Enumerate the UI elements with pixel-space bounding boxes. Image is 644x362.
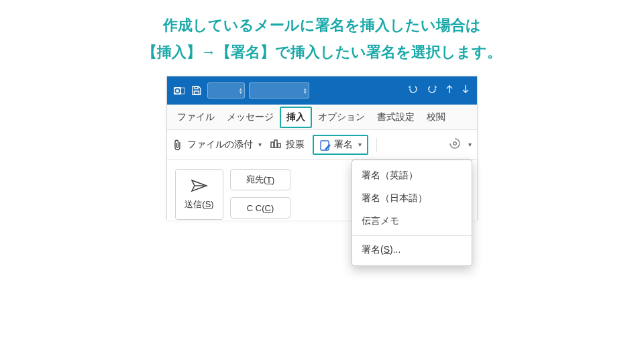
svg-rect-2 bbox=[195, 91, 199, 95]
compose-header: 送信(S) 宛先(T) C C(C) 署名（英語） 署名（日本語） 伝言メモ 署… bbox=[167, 160, 477, 220]
signature-option-japanese[interactable]: 署名（日本語） bbox=[352, 187, 472, 210]
signature-option-memo[interactable]: 伝言メモ bbox=[352, 210, 472, 233]
chevron-down-icon: ▾ bbox=[258, 141, 262, 148]
save-icon[interactable] bbox=[190, 84, 203, 97]
svg-rect-5 bbox=[274, 140, 277, 147]
separator bbox=[376, 137, 377, 152]
svg-rect-4 bbox=[271, 142, 274, 147]
redo-icon[interactable] bbox=[426, 83, 438, 98]
send-button[interactable]: 送信(S) bbox=[175, 169, 223, 220]
cc-button[interactable]: C C(C) bbox=[230, 197, 290, 219]
undo-icon[interactable] bbox=[407, 83, 419, 98]
instruction-line1: 作成しているメールに署名を挿入したい場合は bbox=[13, 12, 631, 39]
signature-option-english[interactable]: 署名（英語） bbox=[352, 164, 472, 187]
ribbon-insert: ファイルの添付 ▾ 投票 署名 ▾ bbox=[167, 130, 477, 160]
signature-label: 署名 bbox=[334, 139, 353, 151]
instruction-line2: 【挿入】→【署名】で挿入したい署名を選択します。 bbox=[13, 39, 631, 66]
tab-review[interactable]: 校閲 bbox=[421, 105, 451, 129]
svg-point-8 bbox=[453, 142, 457, 145]
signatures-settings-item[interactable]: 署名(S)... bbox=[352, 239, 472, 261]
send-icon bbox=[191, 179, 208, 194]
vote-icon bbox=[270, 138, 282, 151]
instruction-text: 作成しているメールに署名を挿入したい場合は 【挿入】→【署名】で挿入したい署名を… bbox=[0, 0, 644, 69]
svg-rect-3 bbox=[195, 86, 198, 89]
separator bbox=[352, 235, 472, 236]
vote-button[interactable]: 投票 bbox=[270, 138, 305, 151]
down-arrow-icon[interactable] bbox=[461, 84, 470, 97]
tab-format[interactable]: 書式設定 bbox=[371, 105, 421, 129]
outlook-compose-window: ▴▾ ▴▾ ファイル メッセージ 挿入 オプション 書式設定 校閲 bbox=[166, 76, 478, 220]
up-arrow-icon[interactable] bbox=[445, 84, 454, 97]
tab-message[interactable]: メッセージ bbox=[221, 105, 280, 129]
signature-split-button[interactable]: 署名 ▾ bbox=[313, 135, 368, 155]
svg-rect-6 bbox=[278, 143, 280, 147]
outlook-app-icon bbox=[172, 84, 186, 97]
attach-file-button[interactable]: ファイルの添付 ▾ bbox=[172, 139, 262, 151]
tab-file[interactable]: ファイル bbox=[171, 105, 221, 129]
vote-label: 投票 bbox=[286, 139, 305, 151]
qat-dropdown-2[interactable]: ▴▾ bbox=[249, 82, 309, 99]
tab-insert[interactable]: 挿入 bbox=[280, 107, 312, 128]
loop-icon[interactable] bbox=[448, 137, 462, 152]
svg-rect-7 bbox=[321, 141, 329, 150]
attach-file-label: ファイルの添付 bbox=[187, 139, 253, 151]
ribbon-tab-strip: ファイル メッセージ 挿入 オプション 書式設定 校閲 bbox=[167, 105, 477, 130]
title-bar: ▴▾ ▴▾ bbox=[167, 76, 477, 105]
send-label: 送信(S) bbox=[184, 198, 213, 210]
signature-icon bbox=[319, 139, 330, 150]
tab-options[interactable]: オプション bbox=[312, 105, 371, 129]
to-button[interactable]: 宛先(T) bbox=[230, 169, 290, 190]
chevron-down-icon: ▾ bbox=[468, 141, 472, 148]
qat-dropdown-1[interactable]: ▴▾ bbox=[207, 82, 245, 99]
signature-dropdown-menu: 署名（英語） 署名（日本語） 伝言メモ 署名(S)... bbox=[352, 160, 472, 266]
chevron-down-icon: ▾ bbox=[358, 141, 362, 148]
paperclip-icon bbox=[172, 139, 183, 151]
